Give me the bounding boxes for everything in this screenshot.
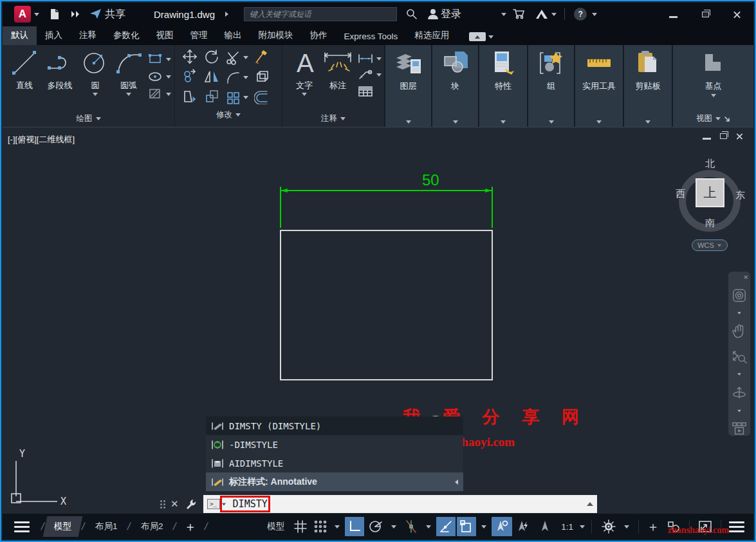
- object-snap-caret-icon[interactable]: [481, 525, 486, 528]
- annotation-scale-caret-icon[interactable]: [580, 525, 585, 528]
- ortho-toggle[interactable]: [345, 517, 364, 536]
- fillet-tool[interactable]: [226, 71, 248, 85]
- ribbon-collapse-control[interactable]: [469, 32, 493, 41]
- share-button[interactable]: 共享: [89, 8, 125, 21]
- annotation-visibility-toggle[interactable]: [492, 517, 512, 536]
- drawing-canvas[interactable]: [-][俯视][二维线框] 北 西 东 南 上 WCS ✕: [3, 127, 753, 518]
- maximize-button[interactable]: [702, 12, 709, 17]
- viewcube-north[interactable]: 北: [705, 158, 715, 170]
- tab-parametric[interactable]: 参数化: [105, 26, 148, 45]
- panel-clipboard[interactable]: 剪贴板: [624, 45, 673, 127]
- panel-utilities[interactable]: 实用工具: [575, 45, 624, 127]
- panel-clipboard-caret-icon[interactable]: [645, 120, 650, 124]
- explode-tool[interactable]: [254, 69, 270, 87]
- close-button[interactable]: [733, 11, 741, 18]
- login-caret-icon[interactable]: [501, 13, 506, 16]
- circle-caret-icon[interactable]: [93, 93, 98, 96]
- leader-caret-icon[interactable]: [376, 73, 382, 77]
- tab-default[interactable]: 默认: [3, 26, 37, 45]
- grid-toggle[interactable]: [291, 517, 310, 536]
- arc-tool[interactable]: 圆弧: [112, 49, 145, 96]
- basepoint-caret-icon[interactable]: [711, 94, 716, 97]
- isodraft-toggle[interactable]: [401, 517, 421, 536]
- layout-tab-model[interactable]: 模型: [43, 516, 83, 537]
- steering-wheel-icon[interactable]: [732, 288, 747, 303]
- suggestion-dimsty[interactable]: DIMSTY (DIMSTYLE): [206, 416, 463, 435]
- app-menu-caret-icon[interactable]: [34, 13, 39, 16]
- panel-group[interactable]: 组: [528, 45, 575, 127]
- command-prompt-icon[interactable]: >_: [207, 499, 220, 509]
- show-motion-icon[interactable]: [731, 422, 748, 436]
- panel-modify-footer[interactable]: 修改: [175, 107, 282, 123]
- panel-draw-footer[interactable]: 绘图: [3, 111, 174, 127]
- app-logo-icon[interactable]: A: [14, 6, 31, 23]
- array-caret-icon[interactable]: [243, 96, 248, 99]
- text-tool[interactable]: A 文字: [289, 49, 320, 96]
- polyline-tool[interactable]: 多段线: [41, 49, 78, 91]
- viewport-controls[interactable]: [-][俯视][二维线框]: [8, 134, 75, 145]
- tab-featured-apps[interactable]: 精选应用: [406, 26, 457, 45]
- doc-restore-button[interactable]: [720, 133, 727, 139]
- copy-tool[interactable]: [182, 69, 198, 87]
- doc-minimize-button[interactable]: [703, 138, 711, 140]
- object-snap-tracking-toggle[interactable]: [436, 517, 456, 536]
- doc-close-button[interactable]: [737, 133, 743, 140]
- tab-addins[interactable]: 附加模块: [250, 26, 302, 45]
- layout-menu-icon[interactable]: [14, 521, 30, 532]
- help-icon[interactable]: ?: [574, 8, 587, 21]
- suggestion-dimension-style[interactable]: 标注样式: Annotative: [206, 472, 463, 491]
- doc-switch-caret-icon[interactable]: [225, 12, 228, 17]
- hatch-caret-icon[interactable]: [166, 93, 171, 96]
- command-drag-handle[interactable]: [160, 500, 165, 509]
- trim-tool[interactable]: [226, 51, 248, 65]
- panel-block-caret-icon[interactable]: [453, 120, 458, 124]
- panel-layers[interactable]: 图层: [385, 45, 432, 127]
- zoom-icon[interactable]: [731, 348, 748, 364]
- viewcube-east[interactable]: 东: [735, 189, 745, 201]
- new-file-button[interactable]: [48, 8, 61, 21]
- table-tool[interactable]: [357, 85, 382, 98]
- panel-launcher-icon[interactable]: [724, 116, 730, 122]
- viewcube-west[interactable]: 西: [676, 188, 685, 200]
- ellipse-tool[interactable]: [148, 70, 171, 83]
- offset-tool[interactable]: [254, 89, 270, 107]
- linear-dimension-caret-icon[interactable]: [376, 57, 382, 61]
- layout-tab-layout2[interactable]: 布局2: [132, 516, 172, 537]
- autodesk-caret-icon[interactable]: [551, 13, 557, 16]
- layout-tab-layout1[interactable]: 布局1: [86, 516, 127, 537]
- polar-tracking-toggle[interactable]: [365, 517, 386, 536]
- navigation-bar[interactable]: ✕: [728, 272, 750, 436]
- move-tool[interactable]: [182, 49, 198, 67]
- tab-express-tools[interactable]: Express Tools: [336, 28, 407, 45]
- help-caret-icon[interactable]: [592, 13, 597, 16]
- panel-annotation-footer[interactable]: 注释: [282, 111, 384, 127]
- rectangle-tool[interactable]: [148, 53, 171, 66]
- workspace-gear-icon[interactable]: [598, 517, 619, 536]
- command-expand-icon[interactable]: [587, 502, 593, 506]
- line-tool[interactable]: 直线: [8, 49, 41, 91]
- trim-caret-icon[interactable]: [243, 56, 248, 59]
- dimension-tool[interactable]: 标注: [320, 49, 356, 91]
- annotation-scale-icon[interactable]: [535, 517, 555, 536]
- leader-tool[interactable]: [357, 69, 382, 80]
- customization-menu-icon[interactable]: [729, 521, 744, 532]
- viewcube-south[interactable]: 南: [705, 217, 715, 229]
- text-caret-icon[interactable]: [302, 93, 307, 96]
- search-icon[interactable]: [406, 8, 418, 20]
- basepoint-button[interactable]: 基点: [673, 45, 753, 111]
- navbar-caret-icon[interactable]: [737, 312, 741, 315]
- tab-annotate[interactable]: 注释: [71, 26, 105, 45]
- panel-properties-caret-icon[interactable]: [501, 120, 506, 124]
- isodraft-caret-icon[interactable]: [426, 525, 431, 528]
- search-input[interactable]: 键入关键字或短语: [244, 7, 397, 21]
- cart-icon[interactable]: [513, 8, 526, 20]
- minimize-button[interactable]: [669, 16, 678, 18]
- zoom-caret-icon[interactable]: [737, 373, 741, 376]
- stretch-tool[interactable]: [182, 89, 198, 107]
- suggestion-aidimstyle[interactable]: AIDIMSTYLE: [206, 454, 463, 472]
- model-space-toggle[interactable]: 模型: [262, 517, 290, 536]
- ellipse-caret-icon[interactable]: [166, 75, 171, 79]
- navbar-close-icon[interactable]: ✕: [743, 276, 748, 279]
- viewcube-top-face[interactable]: 上: [696, 178, 724, 207]
- panel-layers-caret-icon[interactable]: [406, 120, 411, 124]
